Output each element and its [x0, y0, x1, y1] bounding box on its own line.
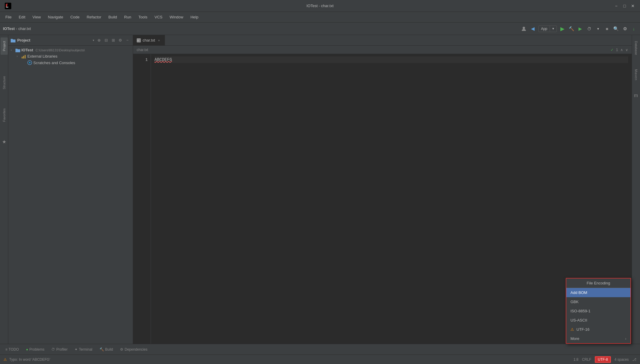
collapse-all-icon[interactable]: ⊟ — [103, 37, 109, 43]
status-line-ending[interactable]: CRLF — [582, 357, 591, 362]
app-logo-icon — [5, 3, 11, 9]
check-icon: ✓ — [611, 48, 614, 52]
problems-label: Problems — [29, 347, 45, 352]
tab-close-char-txt[interactable]: × — [157, 38, 161, 42]
popup-item-add-bom[interactable]: Add BOM — [566, 288, 630, 297]
menu-vcs[interactable]: VCS — [152, 14, 165, 20]
editor-breadcrumb-file: char.txt — [137, 48, 148, 52]
bottom-tab-todo[interactable]: ≡ TODO — [2, 346, 22, 353]
bottom-tab-dependencies[interactable]: ⚙ Dependencies — [117, 346, 150, 353]
popup-item-utf-16[interactable]: ⚠ UTF-16 — [566, 325, 630, 334]
status-bar: ⚠ Typo: In word 'ABCDEFG' 1:8 CRLF UTF-8… — [0, 354, 640, 364]
menu-view[interactable]: View — [29, 14, 44, 20]
profiler-button[interactable]: ⏱ — [586, 26, 592, 32]
file-encoding-popup: File Encoding Add BOM GBK ISO-8859-1 US-… — [566, 278, 631, 344]
breadcrumb-file[interactable]: char.txt — [18, 26, 31, 31]
txt-file-icon: T — [137, 38, 141, 42]
bottom-tab-problems[interactable]: ● Problems — [23, 346, 47, 353]
build-button[interactable]: 🔨 — [568, 26, 575, 32]
project-panel-title: Project — [17, 38, 91, 42]
menu-code[interactable]: Code — [67, 14, 83, 20]
run-config-label[interactable]: App — [539, 26, 550, 32]
main-layout: Project Structure Favorites ★ Project ▾ … — [0, 35, 640, 344]
svg-rect-1 — [6, 7, 8, 7]
menu-run[interactable]: Run — [121, 14, 134, 20]
status-position[interactable]: 1:8 — [573, 357, 578, 362]
bottom-tab-profiler[interactable]: ⏱ Profiler — [48, 346, 70, 353]
panel-settings-icon[interactable]: ⚙ — [117, 37, 123, 43]
close-button[interactable]: ✕ — [630, 4, 635, 8]
down-arrow-icon[interactable]: ∨ — [625, 48, 628, 52]
tree-label-scratches: Scratches and Consoles — [33, 61, 75, 65]
tree-item-scratches[interactable]: Scratches and Consoles — [8, 59, 133, 66]
menu-help[interactable]: Help — [187, 14, 201, 20]
svg-rect-6 — [22, 57, 23, 58]
maximize-button[interactable]: □ — [622, 4, 627, 8]
locate-file-icon[interactable]: ⊕ — [96, 37, 102, 43]
popup-item-gbk[interactable]: GBK — [566, 297, 630, 306]
menu-navigate[interactable]: Navigate — [45, 14, 66, 20]
panel-close-icon[interactable]: − — [124, 37, 130, 43]
run-coverage-button[interactable]: ▶ — [577, 26, 584, 32]
todo-label: TODO — [9, 347, 19, 352]
tree-item-iotest[interactable]: › IOTest C:\Users\86131\Desktop\subjects… — [8, 47, 133, 53]
minimize-button[interactable]: − — [614, 4, 619, 8]
popup-item-iso-8859-1[interactable]: ISO-8859-1 — [566, 306, 630, 316]
menu-window[interactable]: Window — [167, 14, 186, 20]
sidebar-tab-project[interactable]: Project — [1, 37, 8, 55]
tree-arrow-iotest: › — [11, 48, 14, 52]
right-tab-database[interactable]: Database — [633, 37, 640, 58]
settings-button[interactable]: ⚙ — [622, 26, 628, 32]
expand-all-icon[interactable]: ⊞ — [110, 37, 116, 43]
menu-edit[interactable]: Edit — [16, 14, 28, 20]
profile-icon[interactable] — [521, 26, 527, 32]
editor-text-area[interactable]: ABCDEFG — [151, 54, 632, 344]
project-panel-icons: ⊕ ⊟ ⊞ ⚙ − — [96, 37, 130, 43]
tree-path-iotest: C:\Users\86131\Desktop\subjects\ — [36, 48, 85, 52]
run-button[interactable]: ▶ — [559, 26, 566, 32]
editor-tab-char-txt[interactable]: T char.txt × — [133, 35, 165, 46]
stop-button[interactable]: ■ — [604, 26, 610, 32]
svg-rect-7 — [23, 56, 24, 58]
run-config-dropdown[interactable]: ▾ — [550, 26, 557, 31]
search-button[interactable]: 🔍 — [613, 26, 619, 32]
project-panel: Project ▾ ⊕ ⊟ ⊞ ⚙ − › IOTest C:\Users\86… — [8, 35, 133, 344]
right-tab-m-icon[interactable]: m — [632, 91, 640, 100]
toolbar-right: ◀ App ▾ ▶ 🔨 ▶ ⏱ ▾ ■ 🔍 ⚙ ↓ — [521, 26, 637, 32]
status-encoding[interactable]: UTF-8 — [595, 356, 611, 363]
breadcrumb-root[interactable]: IOTest — [3, 26, 15, 31]
window-title: IOTest - char.txt — [306, 4, 333, 8]
bottom-tab-build[interactable]: 🔨 Build — [97, 346, 116, 353]
project-panel-dropdown[interactable]: ▾ — [93, 39, 94, 42]
update-button[interactable]: ↓ — [630, 26, 637, 32]
menu-file[interactable]: File — [2, 14, 15, 20]
git-icon[interactable]: ⎇ — [632, 357, 636, 362]
tree-arrow-libraries: › — [17, 55, 20, 58]
status-right: 1:8 CRLF UTF-8 4 spaces ⎇ — [573, 356, 636, 363]
line-num-1: 1 — [133, 56, 151, 63]
file-tree: › IOTest C:\Users\86131\Desktop\subjects… — [8, 46, 133, 344]
svg-rect-8 — [25, 55, 26, 58]
utf16-warning-icon: ⚠ — [570, 327, 574, 332]
toolbar-left: IOTest › char.txt — [3, 26, 31, 31]
svg-point-5 — [523, 27, 525, 29]
sidebar-tab-favorites[interactable]: Favorites — [1, 105, 8, 125]
sidebar-tab-structure[interactable]: Structure — [1, 72, 8, 93]
status-indent[interactable]: 4 spaces — [614, 357, 629, 362]
menu-refactor[interactable]: Refactor — [84, 14, 104, 20]
popup-item-us-ascii[interactable]: US-ASCII — [566, 316, 630, 325]
bookmark-icon[interactable]: ★ — [0, 137, 8, 146]
menu-tools[interactable]: Tools — [135, 14, 150, 20]
bottom-tab-terminal[interactable]: ✦ Terminal — [72, 346, 95, 353]
back-button[interactable]: ◀ — [529, 26, 536, 32]
build-tab-icon: 🔨 — [100, 347, 104, 352]
popup-item-more[interactable]: More › — [566, 334, 630, 343]
menu-build[interactable]: Build — [105, 14, 120, 20]
run-options-dropdown[interactable]: ▾ — [595, 26, 601, 32]
right-tab-maven[interactable]: Maven — [633, 66, 640, 84]
breadcrumb: IOTest › char.txt — [3, 26, 31, 31]
breadcrumb-right: ✓ 1 ∧ ∨ — [611, 48, 628, 52]
tree-item-external-libraries[interactable]: › External Libraries — [8, 53, 133, 59]
editor-content[interactable]: 1 ABCDEFG — [133, 54, 632, 344]
up-arrow-icon[interactable]: ∧ — [620, 48, 623, 52]
